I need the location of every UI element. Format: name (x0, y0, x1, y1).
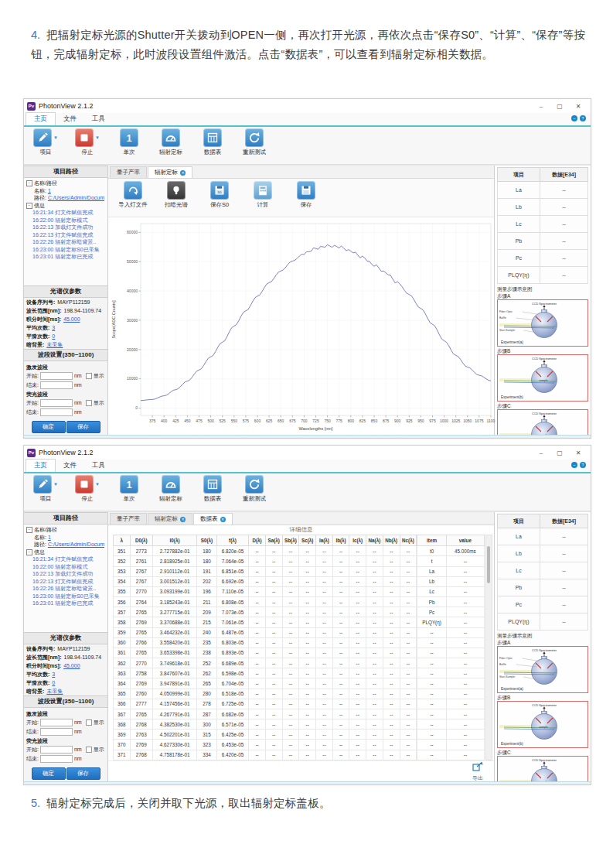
excitation-start-input[interactable] (40, 372, 73, 380)
export-button[interactable]: 导出 (472, 760, 483, 782)
data-row[interactable]: 36927634.502201e-013156.425e-05---------… (114, 730, 485, 740)
menu-tab-主页[interactable]: 主页 (26, 459, 56, 472)
help-icon[interactable]: ? (580, 115, 586, 121)
data-row[interactable]: 35927653.464232e-012406.487e-05---------… (114, 627, 485, 637)
log-entry[interactable]: 16:23:00 辐射定标S0已采集 (26, 593, 107, 600)
fluorescence-start-input[interactable] (40, 399, 73, 407)
param-value[interactable]: 0 (52, 678, 55, 687)
data-row[interactable]: 35627643.185243e-012116.808e-05---------… (114, 597, 485, 607)
ribbon-button-重新测试[interactable]: 重新测试 (237, 475, 271, 503)
tree-node-info[interactable]: −信息 (26, 202, 107, 210)
param-value[interactable]: 未采集 (46, 687, 63, 695)
menu-tab-工具[interactable]: 工具 (84, 460, 113, 472)
excitation-end-input[interactable] (40, 381, 73, 389)
maximize-button[interactable]: ▢ (550, 449, 569, 456)
param-value[interactable]: 3 (52, 323, 55, 332)
log-entry[interactable]: 16:23:00 辐射定标S0已采集 (26, 246, 107, 254)
excitation-show-checkbox[interactable] (86, 719, 92, 726)
data-row[interactable]: 36827684.382530e-013006.571e-05---------… (114, 719, 485, 730)
tab-close-icon[interactable]: ✕ (180, 170, 186, 176)
help-icon[interactable]: ? (580, 462, 586, 468)
fluorescence-show-checkbox[interactable] (86, 747, 92, 753)
data-row[interactable]: 35827693.370688e-012157.061e-05---------… (114, 617, 485, 627)
fluorescence-end-input[interactable] (40, 755, 73, 763)
data-row[interactable]: 36127653.653398e-012386.893e-05---------… (114, 648, 485, 658)
data-row[interactable]: 36627774.157456e-012786.725e-05---------… (114, 699, 485, 709)
collapse-ribbon-icon[interactable]: – (571, 115, 577, 121)
fluorescence-show-checkbox[interactable] (86, 400, 92, 406)
data-row[interactable]: 35527703.093199e-011967.110e-05---------… (114, 586, 485, 596)
param-value[interactable]: 45.000 (63, 661, 80, 670)
minimize-button[interactable]: – (532, 103, 550, 110)
menu-tab-文件[interactable]: 文件 (56, 460, 84, 472)
tree-node-name-path[interactable]: −名称/路径 (26, 526, 107, 534)
menu-tab-主页[interactable]: 主页 (26, 112, 56, 125)
tree-leaf-path[interactable]: 路径: C:/Users/Admin/Docum (26, 541, 107, 548)
data-row[interactable]: 35127732.727882e-011806.820e-05---------… (114, 546, 485, 556)
tool-button-保存S0[interactable]: S0保存S0 (203, 181, 237, 209)
minimize-button[interactable]: – (532, 449, 550, 456)
log-entry[interactable]: 16:21:34 灯文件赋值完成 (26, 209, 107, 217)
log-entry[interactable]: 16:22:13 加载灯文件成功 (26, 570, 107, 578)
data-row[interactable]: 35727653.277715e-012097.073e-05---------… (114, 607, 485, 617)
log-entry[interactable]: 16:22:00 辐射定标模式 (26, 563, 107, 571)
tool-button-计算[interactable]: 计算 (246, 181, 280, 209)
log-entry[interactable]: 16:22:13 加载灯文件成功 (26, 224, 107, 231)
log-entry[interactable]: 16:22:13 灯文件赋值完成 (26, 231, 107, 239)
ribbon-button-停止[interactable]: ▼停止 (70, 128, 104, 156)
log-entry[interactable]: 16:23:01 辐射定标已完成 (26, 253, 107, 261)
save-button[interactable]: 保存 (66, 767, 100, 780)
ribbon-button-辐射定标[interactable]: 辐射定标 (154, 475, 188, 503)
param-value[interactable]: 0 (52, 332, 55, 340)
fluorescence-start-input[interactable] (40, 746, 73, 754)
excitation-show-checkbox[interactable] (86, 373, 92, 379)
ok-button[interactable]: 确定 (32, 421, 66, 433)
log-entry[interactable]: 16:22:13 灯文件赋值完成 (26, 578, 107, 586)
dropdown-arrow-icon[interactable]: ▼ (95, 135, 100, 140)
menu-tab-文件[interactable]: 文件 (56, 113, 84, 125)
tab-辐射定标[interactable]: 辐射定标✕ (148, 513, 192, 525)
excitation-start-input[interactable] (40, 719, 73, 726)
tab-close-icon[interactable]: ✕ (180, 517, 186, 522)
ribbon-button-数据表[interactable]: 数据表 (196, 128, 230, 156)
data-row[interactable]: 36327583.847607e-012626.598e-05---------… (114, 668, 485, 678)
data-row[interactable]: 36527604.050999e-012806.518e-05---------… (114, 689, 485, 699)
tool-button-保存[interactable]: 保存 (289, 181, 323, 209)
ribbon-button-重新测试[interactable]: 重新测试 (237, 128, 271, 156)
save-button[interactable]: 保存 (66, 421, 100, 433)
collapse-ribbon-icon[interactable]: – (571, 462, 577, 468)
data-row[interactable]: 36427693.947891e-012656.704e-05---------… (114, 678, 485, 689)
log-entry[interactable]: 16:22:26 辐射定标暗背景.. (26, 585, 107, 593)
close-button[interactable]: ✕ (569, 103, 587, 110)
log-entry[interactable]: 16:22:26 辐射定标暗背景.. (26, 238, 107, 246)
tab-量子产率[interactable]: 量子产率 (110, 513, 147, 525)
log-entry[interactable]: 16:22:00 辐射定标模式 (26, 217, 107, 224)
ribbon-button-停止[interactable]: ▼停止 (70, 475, 104, 503)
tab-数据表[interactable]: 数据表✕ (193, 513, 233, 525)
excitation-end-input[interactable] (40, 728, 73, 736)
tab-close-icon[interactable]: ✕ (220, 517, 226, 522)
tab-量子产率[interactable]: 量子产率 (110, 166, 147, 178)
log-entry[interactable]: 16:21:34 灯文件赋值完成 (26, 555, 107, 563)
data-row[interactable]: 37127684.758178e-013346.420e-05---------… (114, 750, 485, 760)
dropdown-arrow-icon[interactable]: ▼ (53, 482, 58, 487)
fluorescence-end-input[interactable] (40, 408, 73, 416)
ribbon-button-项目[interactable]: ▼项目 (29, 128, 63, 156)
tool-button-导入灯文件[interactable]: 导入灯文件 (116, 181, 150, 209)
ribbon-button-数据表[interactable]: 数据表 (196, 475, 230, 503)
data-row[interactable]: 36027663.558420e-012356.803e-05---------… (114, 637, 485, 648)
param-value[interactable]: 3 (52, 670, 55, 678)
tree-leaf-name[interactable]: 名称: 1 (26, 187, 107, 195)
scrollbar-thumb[interactable] (487, 546, 490, 583)
tab-辐射定标[interactable]: 辐射定标✕ (148, 166, 192, 178)
ribbon-button-单次[interactable]: 1单次 (112, 475, 146, 503)
param-value[interactable]: 45.000 (63, 315, 80, 323)
menu-tab-工具[interactable]: 工具 (84, 113, 113, 125)
tree-leaf-path[interactable]: 路径: C:/Users/Admin/Docum (26, 194, 107, 202)
ribbon-button-项目[interactable]: ▼项目 (29, 475, 63, 503)
close-button[interactable]: ✕ (569, 449, 587, 456)
dropdown-arrow-icon[interactable]: ▼ (53, 135, 58, 140)
ribbon-button-单次[interactable]: 1单次 (112, 128, 146, 156)
tree-node-info[interactable]: −信息 (26, 548, 107, 556)
table-scrollbar[interactable] (485, 535, 492, 760)
